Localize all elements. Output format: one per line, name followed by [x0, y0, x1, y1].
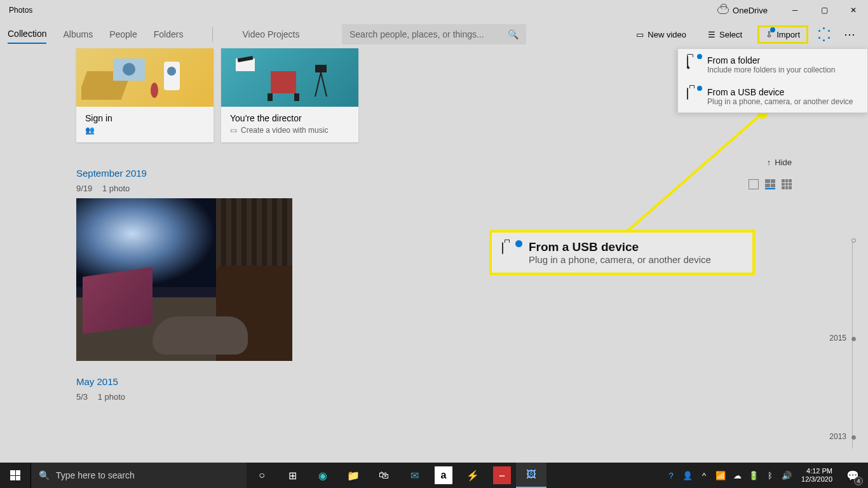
video-icon: ▭	[636, 30, 644, 39]
volume-icon[interactable]: 🔊	[780, 463, 794, 488]
help-icon[interactable]: ?	[664, 463, 678, 488]
person-icon: 👥	[85, 126, 95, 135]
timeline-mark[interactable]	[851, 435, 856, 440]
more-button[interactable]: ⋯	[840, 27, 860, 41]
import-icon: ⇩	[766, 30, 773, 39]
tray-expand-icon[interactable]: ^	[697, 463, 711, 488]
explorer-icon[interactable]: 📁	[338, 463, 369, 488]
view-controls: ↑Hide	[767, 158, 792, 167]
import-usb-title: From a USB device	[707, 87, 853, 97]
date-label: 12/3/2020	[801, 475, 832, 484]
amazon-icon[interactable]: a	[435, 466, 452, 484]
card-title: You're the director	[230, 113, 349, 123]
edge-icon[interactable]: ◉	[308, 463, 338, 488]
timeline-year: 2013	[829, 432, 846, 441]
annotation-callout: From a USB device Plug in a phone, camer…	[489, 230, 755, 275]
view-single[interactable]	[749, 179, 759, 189]
import-button[interactable]: ⇩ Import	[757, 25, 808, 44]
task-view-icon[interactable]: ⊞	[277, 463, 308, 488]
time-label: 4:12 PM	[801, 467, 832, 475]
timeline-mark[interactable]	[851, 238, 856, 243]
tab-folders[interactable]: Folders	[154, 25, 184, 43]
tab-albums[interactable]: Albums	[63, 25, 93, 43]
card-illustration	[221, 48, 358, 107]
clock[interactable]: 4:12 PM 12/3/2020	[796, 467, 837, 484]
import-dropdown: From a folder Include more folders in yo…	[677, 48, 868, 113]
svg-line-12	[315, 72, 321, 97]
new-video-label: New video	[648, 30, 686, 39]
callout-title: From a USB device	[529, 240, 711, 254]
card-director[interactable]: You're the director ▭Create a video with…	[221, 48, 358, 142]
view-small[interactable]	[782, 179, 792, 189]
onedrive-tray-icon[interactable]: ☁	[730, 463, 744, 488]
date-row: 5/3 1 photo	[76, 392, 868, 402]
tab-people[interactable]: People	[109, 25, 137, 43]
svg-point-2	[123, 63, 135, 76]
date-label: 9/19	[76, 184, 92, 193]
film-icon: ▭	[230, 126, 237, 135]
store-icon[interactable]: 🛍	[369, 463, 399, 488]
svg-rect-6	[271, 71, 296, 93]
maximize-button[interactable]: ▢	[810, 0, 839, 20]
month-heading-may-2015[interactable]: May 2015	[76, 376, 868, 387]
view-medium[interactable]	[765, 179, 775, 189]
import-folder-title: From a folder	[707, 55, 835, 65]
wifi-icon[interactable]: 📶	[714, 463, 728, 488]
onedrive-button[interactable]: OneDrive	[717, 6, 768, 15]
onedrive-label: OneDrive	[733, 6, 768, 15]
app-title: Photos	[9, 6, 32, 15]
notification-badge: 4	[854, 477, 863, 485]
people-icon[interactable]: 👤	[681, 463, 695, 488]
close-button[interactable]: ✕	[839, 0, 868, 20]
view-size-toggle	[749, 179, 792, 189]
folder-add-icon	[687, 56, 688, 68]
import-folder-subtitle: Include more folders in your collection	[707, 65, 835, 74]
start-button[interactable]	[0, 463, 31, 488]
timeline-year: 2015	[829, 334, 846, 342]
hide-button[interactable]: ↑Hide	[767, 158, 792, 167]
search-placeholder: Search people, places, or things...	[349, 29, 484, 39]
svg-rect-11	[315, 65, 327, 72]
card-illustration	[76, 48, 214, 107]
svg-point-4	[167, 67, 176, 76]
search-input[interactable]: Search people, places, or things... 🔍	[342, 24, 526, 44]
import-from-usb[interactable]: From a USB device Plug in a phone, camer…	[678, 81, 867, 112]
divider	[212, 27, 213, 42]
svg-rect-3	[164, 62, 180, 90]
callout-subtitle: Plug in a phone, camera, or another devi…	[529, 254, 711, 265]
tab-video-projects[interactable]: Video Projects	[242, 25, 299, 43]
battery-icon[interactable]: 🔋	[747, 463, 761, 488]
svg-rect-8	[294, 93, 299, 101]
mail-icon[interactable]: ✉	[399, 463, 430, 488]
bluetooth-icon[interactable]: ᛒ	[763, 463, 777, 488]
new-video-button[interactable]: ▭ New video	[630, 26, 693, 43]
action-center[interactable]: 💬4	[840, 463, 865, 488]
import-from-folder[interactable]: From a folder Include more folders in yo…	[678, 49, 867, 81]
taskbar-search[interactable]: 🔍Type here to search	[31, 463, 247, 488]
cloud-icon	[717, 6, 729, 14]
select-label: Select	[719, 30, 742, 39]
tab-collection[interactable]: Collection	[8, 25, 46, 44]
app-icon-2[interactable]: •••	[493, 466, 511, 484]
search-icon: 🔍	[508, 29, 519, 39]
date-label: 5/3	[76, 392, 88, 402]
card-sign-in[interactable]: Sign in 👥	[76, 48, 214, 142]
card-subtitle: Create a video with music	[241, 126, 328, 135]
minimize-button[interactable]: ─	[780, 0, 810, 20]
arrow-up-icon: ↑	[767, 158, 771, 167]
usb-icon	[502, 242, 503, 254]
card-title: Sign in	[85, 113, 205, 123]
sync-icon	[817, 27, 831, 41]
usb-icon	[687, 88, 688, 100]
cortana-icon[interactable]: ○	[247, 463, 277, 488]
app-icon[interactable]: ⚡	[458, 463, 488, 488]
select-button[interactable]: ☰ Select	[702, 26, 749, 43]
count-label: 1 photo	[98, 392, 125, 402]
search-icon: 🔍	[39, 470, 50, 480]
timeline-mark[interactable]	[851, 337, 856, 341]
month-heading-sep-2019[interactable]: September 2019	[76, 168, 868, 179]
photos-app-icon[interactable]: 🖼	[516, 463, 546, 488]
photo-thumbnail[interactable]	[76, 198, 292, 361]
timeline-scrubber[interactable]: 2015 2013	[832, 238, 858, 454]
import-label: Import	[776, 30, 800, 39]
